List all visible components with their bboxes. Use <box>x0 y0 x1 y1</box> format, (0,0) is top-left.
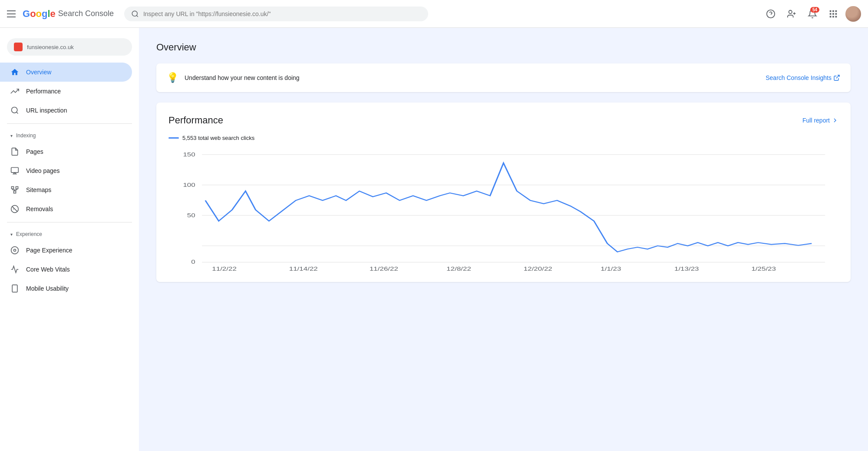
svg-rect-7 <box>832 10 834 12</box>
header-logo: Google Search Console <box>23 8 114 20</box>
experience-icon <box>10 246 19 255</box>
svg-point-0 <box>132 11 137 16</box>
performance-line <box>205 163 812 252</box>
sidebar-item-overview[interactable]: Overview <box>0 63 132 82</box>
app-name-label: Search Console <box>58 9 114 18</box>
insights-text: Understand how your new content is doing <box>185 74 300 81</box>
nav-divider-1 <box>7 123 132 124</box>
property-name: funsieonesie.co.uk <box>27 44 125 50</box>
svg-rect-13 <box>832 16 834 17</box>
property-button[interactable]: funsieonesie.co.uk <box>7 38 132 56</box>
header: Google Search Console 54 <box>0 0 868 28</box>
svg-text:11/14/22: 11/14/22 <box>289 266 318 272</box>
svg-text:11/2/22: 11/2/22 <box>212 266 237 272</box>
main-layout: funsieonesie.co.uk Overview Performance <box>0 28 868 451</box>
sidebar-item-video-pages[interactable]: Video pages <box>0 161 132 180</box>
svg-rect-11 <box>835 13 837 15</box>
sidebar-item-performance[interactable]: Performance <box>0 82 132 101</box>
removals-label: Removals <box>26 206 53 212</box>
removals-icon <box>10 205 19 213</box>
mobile-icon <box>10 284 19 293</box>
svg-text:12/8/22: 12/8/22 <box>446 266 471 272</box>
apps-button[interactable] <box>825 5 842 23</box>
url-search-input[interactable] <box>143 10 421 17</box>
person-add-icon <box>787 9 796 19</box>
sidebar: funsieonesie.co.uk Overview Performance <box>0 28 139 451</box>
property-selector[interactable]: funsieonesie.co.uk <box>7 38 132 56</box>
search-console-insights-link[interactable]: Search Console Insights <box>766 74 840 81</box>
url-inspection-label: URL inspection <box>26 107 67 114</box>
svg-rect-9 <box>830 13 832 15</box>
grid-icon <box>828 9 838 19</box>
overview-label: Overview <box>26 69 51 76</box>
full-report-link[interactable]: Full report <box>802 117 838 124</box>
sidebar-item-page-experience[interactable]: Page Experience <box>0 241 132 260</box>
pages-icon <box>10 147 19 156</box>
svg-point-15 <box>12 107 17 113</box>
insights-left: 💡 Understand how your new content is doi… <box>167 72 300 83</box>
url-search-bar[interactable] <box>124 7 428 21</box>
notification-button[interactable]: 54 <box>804 5 821 23</box>
performance-card: Performance Full report 5,553 total web … <box>156 103 851 282</box>
svg-line-26 <box>12 206 17 212</box>
sitemaps-label: Sitemaps <box>26 186 51 193</box>
svg-text:100: 100 <box>183 182 195 188</box>
search-icon <box>131 10 139 18</box>
nav-divider-2 <box>7 222 132 222</box>
property-icon <box>14 43 23 51</box>
sidebar-item-url-inspection[interactable]: URL inspection <box>0 101 132 120</box>
help-circle-icon <box>766 9 776 19</box>
svg-rect-8 <box>835 10 837 12</box>
svg-rect-6 <box>830 10 832 12</box>
core-web-vitals-label: Core Web Vitals <box>26 266 70 273</box>
pages-label: Pages <box>26 148 43 155</box>
sidebar-item-sitemaps[interactable]: Sitemaps <box>0 180 132 199</box>
sidebar-item-mobile-usability[interactable]: Mobile Usability <box>0 279 132 298</box>
experience-section-label: Experience <box>16 231 42 237</box>
svg-text:1/25/23: 1/25/23 <box>751 266 776 272</box>
svg-line-31 <box>836 75 839 78</box>
svg-rect-18 <box>12 187 14 189</box>
legend-line <box>168 137 179 139</box>
svg-rect-20 <box>14 191 16 193</box>
hamburger-menu-button[interactable] <box>7 10 16 17</box>
performance-chart: 150 100 50 0 11/2/22 11/14/22 11/26/22 1… <box>168 150 838 272</box>
performance-label: Performance <box>26 88 61 95</box>
svg-point-3 <box>789 10 792 13</box>
indexing-collapse-arrow: ▾ <box>10 133 13 138</box>
page-experience-label: Page Experience <box>26 247 73 254</box>
performance-title: Performance <box>168 115 223 126</box>
header-actions: 54 <box>762 5 861 23</box>
svg-text:1/13/23: 1/13/23 <box>674 266 699 272</box>
svg-rect-19 <box>16 187 18 189</box>
chart-svg: 150 100 50 0 11/2/22 11/14/22 11/26/22 1… <box>168 150 838 272</box>
help-button[interactable] <box>762 5 779 23</box>
user-avatar[interactable] <box>845 6 861 22</box>
experience-section-header[interactable]: ▾ Experience <box>0 226 139 241</box>
indexing-section-header[interactable]: ▾ Indexing <box>0 127 139 142</box>
sidebar-item-core-web-vitals[interactable]: Core Web Vitals <box>0 260 132 279</box>
main-content: Overview 💡 Understand how your new conte… <box>139 28 868 451</box>
bulb-icon: 💡 <box>167 72 178 83</box>
svg-text:50: 50 <box>187 213 195 219</box>
sidebar-item-pages[interactable]: Pages <box>0 142 132 161</box>
sidebar-item-removals[interactable]: Removals <box>0 199 132 219</box>
indexing-section-label: Indexing <box>16 133 36 139</box>
share-button[interactable] <box>783 5 800 23</box>
vitals-icon <box>10 265 19 274</box>
google-g-logo: Google <box>23 8 56 20</box>
external-link-icon <box>833 74 840 81</box>
chart-legend: 5,553 total web search clicks <box>168 135 838 141</box>
notification-badge: 54 <box>810 7 819 13</box>
insights-card: 💡 Understand how your new content is doi… <box>156 63 851 92</box>
svg-rect-14 <box>835 16 837 17</box>
chevron-right-icon <box>832 117 838 124</box>
svg-point-28 <box>14 249 16 252</box>
svg-rect-12 <box>830 16 832 17</box>
svg-text:0: 0 <box>191 259 195 265</box>
video-pages-label: Video pages <box>26 167 60 174</box>
trending-up-icon <box>10 87 19 96</box>
performance-header: Performance Full report <box>168 115 838 126</box>
svg-text:11/26/22: 11/26/22 <box>370 266 398 272</box>
avatar-image <box>845 6 861 22</box>
